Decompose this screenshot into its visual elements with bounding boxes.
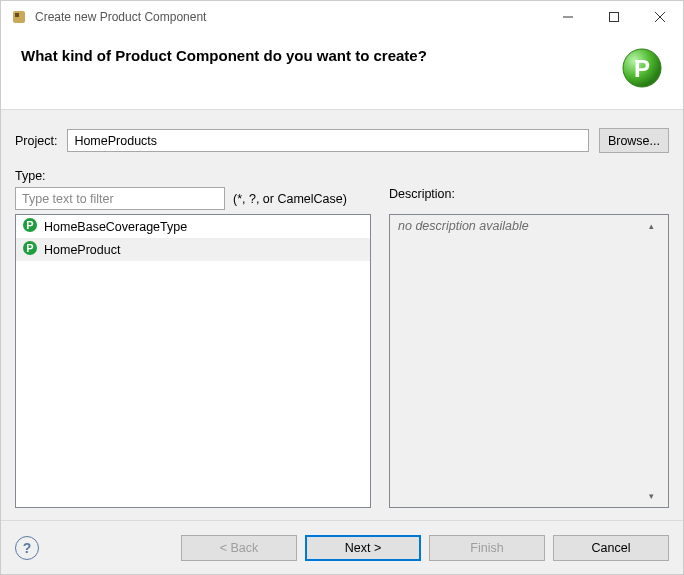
browse-button[interactable]: Browse... [599,128,669,153]
close-button[interactable] [637,1,683,33]
project-row: Project: Browse... [15,128,669,153]
maximize-button[interactable] [591,1,637,33]
minimize-button[interactable] [545,1,591,33]
scroll-down-icon: ▾ [649,491,654,501]
description-label: Description: [389,187,669,201]
product-type-icon: P [22,240,38,259]
project-input[interactable] [67,129,589,152]
back-button[interactable]: < Back [181,535,297,561]
type-controls: (*, ?, or CamelCase) Description: [15,187,669,210]
wizard-body: Project: Browse... Type: (*, ?, or Camel… [1,109,683,520]
scroll-up-icon: ▴ [649,221,654,231]
project-label: Project: [15,134,57,148]
type-listbox[interactable]: PHomeBaseCoverageTypePHomeProduct [15,214,371,508]
list-item[interactable]: PHomeProduct [16,238,370,261]
window-title: Create new Product Component [35,10,545,24]
window-controls [545,1,683,33]
lists-row: PHomeBaseCoverageTypePHomeProduct no des… [15,214,669,508]
description-text: no description available [398,219,643,503]
type-filter-input[interactable] [15,187,225,210]
wizard-banner: What kind of Product Component do you wa… [1,33,683,109]
finish-button[interactable]: Finish [429,535,545,561]
wizard-heading: What kind of Product Component do you wa… [21,47,427,64]
list-item-label: HomeProduct [44,243,120,257]
list-item[interactable]: PHomeBaseCoverageType [16,215,370,238]
description-scrollbar[interactable]: ▴ ▾ [643,219,660,503]
next-button[interactable]: Next > [305,535,421,561]
titlebar: Create new Product Component [1,1,683,33]
svg-rect-1 [15,13,19,17]
svg-text:P: P [634,55,650,82]
svg-text:P: P [26,219,33,231]
wizard-footer: ? < Back Next > Finish Cancel [1,520,683,574]
cancel-button[interactable]: Cancel [553,535,669,561]
app-icon [11,9,27,25]
product-icon: P [621,47,663,89]
product-type-icon: P [22,217,38,236]
type-section: Type: (*, ?, or CamelCase) Description: … [15,169,669,508]
svg-rect-3 [610,13,619,22]
description-box: no description available ▴ ▾ [389,214,669,508]
list-item-label: HomeBaseCoverageType [44,220,187,234]
type-label: Type: [15,169,669,183]
svg-text:P: P [26,242,33,254]
filter-row: (*, ?, or CamelCase) [15,187,371,210]
filter-hint: (*, ?, or CamelCase) [233,192,347,206]
help-icon[interactable]: ? [15,536,39,560]
